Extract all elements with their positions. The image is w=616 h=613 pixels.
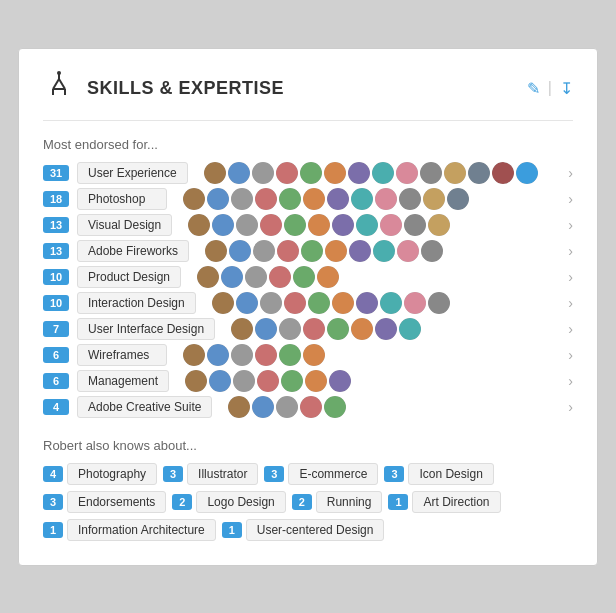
skill-avatars (183, 344, 556, 366)
also-pair: 2Logo Design (172, 491, 285, 513)
avatar (255, 318, 277, 340)
avatar (300, 162, 322, 184)
also-skill-tag[interactable]: Icon Design (408, 463, 493, 485)
chevron-right-icon[interactable]: › (568, 347, 573, 363)
avatar (372, 162, 394, 184)
also-count-badge: 3 (384, 466, 404, 482)
also-count-badge: 2 (172, 494, 192, 510)
skill-row: 7User Interface Design› (43, 318, 573, 340)
avatar (308, 292, 330, 314)
skill-name-tag[interactable]: Management (77, 370, 169, 392)
avatar (332, 292, 354, 314)
most-endorsed-label: Most endorsed for... (43, 137, 573, 152)
also-skill-tag[interactable]: Art Direction (412, 491, 500, 513)
chevron-right-icon[interactable]: › (568, 269, 573, 285)
avatar (380, 292, 402, 314)
chevron-right-icon[interactable]: › (568, 295, 573, 311)
chevron-right-icon[interactable]: › (568, 243, 573, 259)
avatar (269, 266, 291, 288)
avatar (516, 162, 538, 184)
avatar (279, 344, 301, 366)
chevron-right-icon[interactable]: › (568, 373, 573, 389)
avatar (329, 370, 351, 392)
avatar (420, 162, 442, 184)
avatar (233, 370, 255, 392)
avatar (332, 214, 354, 236)
skill-name-tag[interactable]: Adobe Fireworks (77, 240, 189, 262)
skill-count-badge: 7 (43, 321, 69, 337)
skill-row: 4Adobe Creative Suite› (43, 396, 573, 418)
also-knows-label: Robert also knows about... (43, 438, 573, 453)
chevron-right-icon[interactable]: › (568, 321, 573, 337)
header-left: SKILLS & EXPERTISE (43, 69, 284, 108)
chevron-right-icon[interactable]: › (568, 165, 573, 181)
avatar (293, 266, 315, 288)
avatar (300, 396, 322, 418)
skill-name-tag[interactable]: Product Design (77, 266, 181, 288)
avatar (444, 162, 466, 184)
also-pair: 4Photography (43, 463, 157, 485)
also-skill-tag[interactable]: Logo Design (196, 491, 285, 513)
skill-avatars (185, 370, 556, 392)
skill-name-tag[interactable]: Photoshop (77, 188, 167, 210)
avatar (257, 370, 279, 392)
avatar (197, 266, 219, 288)
also-count-badge: 1 (388, 494, 408, 510)
sort-icon[interactable]: ↧ (560, 79, 573, 98)
avatar (277, 240, 299, 262)
avatar (324, 162, 346, 184)
avatar (421, 240, 443, 262)
avatar (349, 240, 371, 262)
avatar (255, 188, 277, 210)
skill-row: 10Product Design› (43, 266, 573, 288)
chevron-right-icon[interactable]: › (568, 191, 573, 207)
avatar (221, 266, 243, 288)
skill-avatars (212, 292, 557, 314)
edit-icon[interactable]: ✎ (527, 79, 540, 98)
avatar (228, 162, 250, 184)
skills-icon (43, 69, 75, 108)
svg-line-2 (59, 79, 65, 89)
also-skill-tag[interactable]: Information Architecture (67, 519, 216, 541)
skill-count-badge: 6 (43, 373, 69, 389)
also-knows-row: 1Information Architecture1User-centered … (43, 519, 573, 541)
avatar (303, 318, 325, 340)
avatar (209, 370, 231, 392)
also-skill-tag[interactable]: Illustrator (187, 463, 258, 485)
also-pair: 3Illustrator (163, 463, 258, 485)
skill-count-badge: 10 (43, 295, 69, 311)
avatar (327, 318, 349, 340)
avatar (324, 396, 346, 418)
header-actions: ✎ | ↧ (527, 79, 573, 98)
also-skill-tag[interactable]: Photography (67, 463, 157, 485)
also-skill-tag[interactable]: Running (316, 491, 383, 513)
avatar (284, 214, 306, 236)
avatar (204, 162, 226, 184)
avatar (207, 188, 229, 210)
skill-name-tag[interactable]: Visual Design (77, 214, 172, 236)
skill-count-badge: 13 (43, 243, 69, 259)
also-skill-tag[interactable]: User-centered Design (246, 519, 385, 541)
chevron-right-icon[interactable]: › (568, 399, 573, 415)
skill-name-tag[interactable]: Adobe Creative Suite (77, 396, 212, 418)
also-skill-tag[interactable]: Endorsements (67, 491, 166, 513)
avatar (228, 396, 250, 418)
avatar (281, 370, 303, 392)
avatar (317, 266, 339, 288)
skill-name-tag[interactable]: Wireframes (77, 344, 167, 366)
skill-row: 13Visual Design› (43, 214, 573, 236)
also-pair: 3Endorsements (43, 491, 166, 513)
avatar (380, 214, 402, 236)
skill-name-tag[interactable]: User Experience (77, 162, 188, 184)
skill-name-tag[interactable]: Interaction Design (77, 292, 196, 314)
also-skill-tag[interactable]: E-commerce (288, 463, 378, 485)
also-knows-row: 4Photography3Illustrator3E-commerce3Icon… (43, 463, 573, 485)
header-divider: | (548, 79, 552, 97)
avatar (205, 240, 227, 262)
skill-name-tag[interactable]: User Interface Design (77, 318, 215, 340)
svg-point-6 (57, 71, 61, 75)
avatar (397, 240, 419, 262)
avatar (212, 214, 234, 236)
chevron-right-icon[interactable]: › (568, 217, 573, 233)
skill-row: 31User Experience› (43, 162, 573, 184)
